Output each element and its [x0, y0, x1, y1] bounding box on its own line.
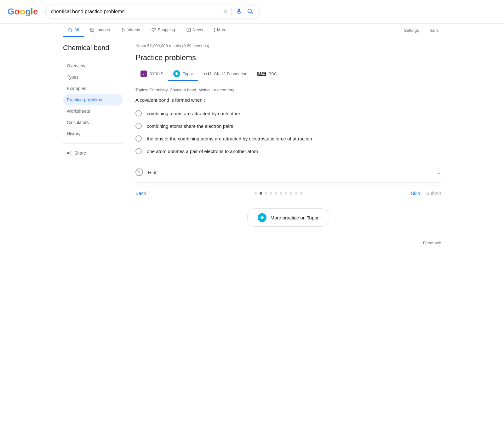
dot-4 [275, 192, 277, 195]
logo-g: G [8, 7, 14, 17]
option-d-text: one atom donates a pair of electrons to … [147, 149, 258, 154]
option-a[interactable]: combining atoms are attracted by each ot… [135, 110, 441, 116]
sidebar-title: Chemical bond [63, 43, 123, 53]
question-text: A covalent bond is formed when : [135, 97, 441, 103]
sidebar-item-worksheets[interactable]: Worksheets [63, 105, 123, 117]
search-bar: ✕ [45, 5, 260, 18]
logo-l: l [31, 7, 33, 17]
tab-videos[interactable]: Videos [116, 24, 145, 37]
toppr-logo-icon [173, 70, 180, 77]
radio-c[interactable] [135, 135, 142, 142]
svg-point-10 [67, 152, 69, 154]
radio-b[interactable] [135, 123, 142, 129]
sidebar-item-calculators[interactable]: Calculators [63, 117, 123, 128]
all-icon [68, 28, 72, 32]
more-practice-button[interactable]: More practice on Toppr [247, 208, 329, 227]
question-nav: Back Skip Submit [135, 185, 441, 201]
radio-d[interactable] [135, 148, 142, 154]
dot-5 [280, 192, 282, 195]
sidebar-nav: Overview Types Examples Practice problem… [63, 60, 123, 139]
shopping-icon [152, 28, 156, 32]
dot-1 [260, 192, 262, 195]
tab-all[interactable]: All [63, 24, 84, 37]
dot-0 [255, 192, 257, 195]
sidebar-item-practice-problems[interactable]: Practice problems [63, 94, 123, 105]
results-count: About 52,000,000 results (0.89 seconds) [135, 43, 441, 48]
content-area: About 52,000,000 results (0.89 seconds) … [135, 43, 441, 252]
source-tab-ck12[interactable]: <<12 CK-12 Foundation [198, 68, 252, 80]
settings-button[interactable]: Settings [402, 24, 421, 37]
feedback-row: Feedback [135, 234, 441, 252]
hint-divider-top [135, 162, 441, 162]
ck12-label: CK-12 Foundation [214, 71, 247, 76]
submit-button: Submit [426, 190, 441, 196]
back-button[interactable]: Back [135, 190, 146, 196]
byjus-label: BYJU'S [149, 71, 163, 76]
sidebar-share[interactable]: Share [63, 147, 123, 159]
option-c[interactable]: the ions of the combining atoms are attr… [135, 135, 441, 142]
source-tab-byjus[interactable]: B BYJU'S [135, 67, 168, 81]
feedback-button[interactable]: Feedback [423, 241, 441, 245]
source-tab-toppr[interactable]: Toppr [168, 67, 198, 81]
bbc-label: BBC [269, 71, 277, 76]
tab-shopping[interactable]: Shopping [146, 24, 180, 37]
svg-marker-4 [122, 28, 125, 31]
dot-3 [270, 192, 272, 195]
nav-tabs: All Images Videos Shopping News More Set… [0, 24, 504, 37]
svg-line-12 [69, 153, 70, 154]
tab-images[interactable]: Images [85, 24, 115, 37]
logo-o2: o [20, 7, 25, 17]
sidebar: Chemical bond Overview Types Examples Pr… [63, 43, 123, 252]
source-tab-bbc[interactable]: BBC BBC [252, 68, 282, 80]
search-icon[interactable] [247, 8, 254, 15]
tools-button[interactable]: Tools [427, 24, 441, 37]
main-content: Chemical bond Overview Types Examples Pr… [0, 37, 504, 258]
dot-9 [300, 192, 302, 195]
news-icon [186, 28, 191, 32]
sidebar-item-types[interactable]: Types [63, 71, 123, 83]
nav-divider [135, 182, 441, 183]
sidebar-item-overview[interactable]: Overview [63, 60, 123, 71]
skip-button[interactable]: Skip [411, 190, 420, 196]
section-title: Practice problems [135, 53, 441, 62]
svg-point-9 [70, 151, 71, 152]
dot-2 [265, 192, 267, 195]
search-input[interactable] [51, 9, 220, 14]
logo-o1: o [14, 7, 20, 17]
sidebar-divider [63, 143, 123, 144]
logo-e: e [33, 7, 38, 17]
svg-line-1 [71, 31, 72, 31]
tab-news[interactable]: News [181, 24, 208, 37]
option-b[interactable]: combining atoms share the electron pairs [135, 123, 441, 129]
hint-icon: ? [135, 168, 143, 176]
topics-text: Topics: Chemistry, Covalent bond, Molecu… [135, 88, 441, 92]
hint-chevron-icon: ⌄ [436, 169, 441, 176]
divider-line [231, 8, 232, 15]
videos-icon [121, 28, 126, 32]
more-practice-container: More practice on Toppr [135, 208, 441, 227]
svg-point-11 [70, 154, 71, 155]
source-tabs: B BYJU'S Toppr <<12 CK-12 Foundation BBC… [135, 67, 441, 81]
more-practice-label: More practice on Toppr [270, 215, 318, 220]
dot-6 [285, 192, 287, 195]
settings-tools: Settings Tools [402, 24, 441, 37]
svg-line-13 [69, 152, 70, 153]
option-a-text: combining atoms are attracted by each ot… [147, 111, 240, 116]
tab-more[interactable]: More [209, 24, 232, 37]
sidebar-item-history[interactable]: History [63, 128, 123, 139]
mic-icon[interactable] [235, 8, 243, 15]
share-icon [67, 151, 72, 156]
byjus-logo-icon: B [140, 71, 147, 77]
option-d[interactable]: one atom donates a pair of electrons to … [135, 148, 441, 154]
hint-text: Hint [148, 170, 431, 175]
pagination-dots [146, 192, 411, 195]
hint-row[interactable]: ? Hint ⌄ [135, 165, 441, 180]
clear-icon[interactable]: ✕ [223, 8, 227, 15]
search-icons: ✕ [223, 8, 254, 15]
google-logo[interactable]: Google [8, 7, 38, 17]
radio-a[interactable] [135, 110, 142, 116]
dot-7 [290, 192, 292, 195]
more-dots-icon [214, 28, 215, 32]
sidebar-item-examples[interactable]: Examples [63, 83, 123, 94]
share-label: Share [74, 151, 86, 156]
